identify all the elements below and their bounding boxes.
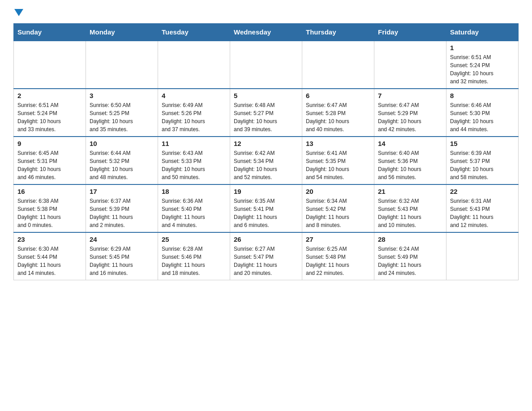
day-number: 22 <box>450 188 515 195</box>
day-info: Sunrise: 6:30 AM Sunset: 5:44 PM Dayligh… <box>17 245 82 277</box>
calendar-cell: 21Sunrise: 6:32 AM Sunset: 5:43 PM Dayli… <box>374 184 446 232</box>
day-info: Sunrise: 6:47 AM Sunset: 5:28 PM Dayligh… <box>306 101 370 133</box>
day-info: Sunrise: 6:28 AM Sunset: 5:46 PM Dayligh… <box>162 245 226 277</box>
day-number: 27 <box>306 235 370 243</box>
day-info: Sunrise: 6:45 AM Sunset: 5:31 PM Dayligh… <box>17 149 82 181</box>
day-number: 17 <box>90 188 154 195</box>
day-info: Sunrise: 6:47 AM Sunset: 5:29 PM Dayligh… <box>378 101 442 133</box>
weekday-header-thursday: Thursday <box>302 24 374 41</box>
day-number: 13 <box>306 140 370 147</box>
day-number: 21 <box>378 188 442 195</box>
day-info: Sunrise: 6:49 AM Sunset: 5:26 PM Dayligh… <box>162 101 226 133</box>
day-number: 24 <box>90 235 154 243</box>
calendar-cell <box>302 41 374 89</box>
calendar-cell: 19Sunrise: 6:35 AM Sunset: 5:41 PM Dayli… <box>230 184 302 232</box>
weekday-header-friday: Friday <box>374 24 446 41</box>
weekday-header-monday: Monday <box>86 24 158 41</box>
calendar-week-row: 16Sunrise: 6:38 AM Sunset: 5:38 PM Dayli… <box>14 184 519 232</box>
calendar-table: SundayMondayTuesdayWednesdayThursdayFrid… <box>13 23 519 280</box>
calendar-cell <box>14 41 86 89</box>
day-info: Sunrise: 6:31 AM Sunset: 5:43 PM Dayligh… <box>450 197 515 229</box>
day-number: 16 <box>17 188 82 195</box>
day-number: 2 <box>17 92 82 99</box>
calendar-week-row: 23Sunrise: 6:30 AM Sunset: 5:44 PM Dayli… <box>14 232 519 280</box>
day-number: 5 <box>234 92 298 99</box>
day-info: Sunrise: 6:37 AM Sunset: 5:39 PM Dayligh… <box>90 197 154 229</box>
day-info: Sunrise: 6:32 AM Sunset: 5:43 PM Dayligh… <box>378 197 442 229</box>
day-number: 23 <box>17 235 82 243</box>
day-info: Sunrise: 6:48 AM Sunset: 5:27 PM Dayligh… <box>234 101 298 133</box>
logo <box>13 9 23 16</box>
day-info: Sunrise: 6:51 AM Sunset: 5:24 PM Dayligh… <box>450 53 515 86</box>
weekday-header-wednesday: Wednesday <box>230 24 302 41</box>
calendar-cell: 23Sunrise: 6:30 AM Sunset: 5:44 PM Dayli… <box>14 232 86 280</box>
calendar-cell: 13Sunrise: 6:41 AM Sunset: 5:35 PM Dayli… <box>302 137 374 184</box>
calendar-cell: 5Sunrise: 6:48 AM Sunset: 5:27 PM Daylig… <box>230 89 302 137</box>
day-number: 6 <box>306 92 370 99</box>
weekday-header-tuesday: Tuesday <box>158 24 230 41</box>
weekday-header-saturday: Saturday <box>446 24 519 41</box>
calendar-cell <box>446 232 519 280</box>
day-info: Sunrise: 6:39 AM Sunset: 5:37 PM Dayligh… <box>450 149 515 181</box>
calendar-cell: 11Sunrise: 6:43 AM Sunset: 5:33 PM Dayli… <box>158 137 230 184</box>
day-info: Sunrise: 6:51 AM Sunset: 5:24 PM Dayligh… <box>17 101 82 133</box>
calendar-cell <box>230 41 302 89</box>
day-number: 18 <box>162 188 226 195</box>
calendar-cell: 16Sunrise: 6:38 AM Sunset: 5:38 PM Dayli… <box>14 184 86 232</box>
calendar-cell: 18Sunrise: 6:36 AM Sunset: 5:40 PM Dayli… <box>158 184 230 232</box>
day-number: 7 <box>378 92 442 99</box>
day-number: 10 <box>90 140 154 147</box>
calendar-cell <box>86 41 158 89</box>
calendar-cell: 7Sunrise: 6:47 AM Sunset: 5:29 PM Daylig… <box>374 89 446 137</box>
day-number: 26 <box>234 235 298 243</box>
day-info: Sunrise: 6:24 AM Sunset: 5:49 PM Dayligh… <box>378 245 442 277</box>
calendar-cell: 17Sunrise: 6:37 AM Sunset: 5:39 PM Dayli… <box>86 184 158 232</box>
day-info: Sunrise: 6:50 AM Sunset: 5:25 PM Dayligh… <box>90 101 154 133</box>
calendar-cell <box>374 41 446 89</box>
day-number: 19 <box>234 188 298 195</box>
day-info: Sunrise: 6:36 AM Sunset: 5:40 PM Dayligh… <box>162 197 226 229</box>
calendar-cell: 3Sunrise: 6:50 AM Sunset: 5:25 PM Daylig… <box>86 89 158 137</box>
day-info: Sunrise: 6:42 AM Sunset: 5:34 PM Dayligh… <box>234 149 298 181</box>
page-header <box>13 9 519 16</box>
calendar-cell <box>158 41 230 89</box>
weekday-header-sunday: Sunday <box>14 24 86 41</box>
day-info: Sunrise: 6:41 AM Sunset: 5:35 PM Dayligh… <box>306 149 370 181</box>
day-info: Sunrise: 6:44 AM Sunset: 5:32 PM Dayligh… <box>90 149 154 181</box>
calendar-cell: 28Sunrise: 6:24 AM Sunset: 5:49 PM Dayli… <box>374 232 446 280</box>
day-number: 15 <box>450 140 515 147</box>
day-number: 25 <box>162 235 226 243</box>
day-number: 8 <box>450 92 515 99</box>
calendar-cell: 25Sunrise: 6:28 AM Sunset: 5:46 PM Dayli… <box>158 232 230 280</box>
day-info: Sunrise: 6:29 AM Sunset: 5:45 PM Dayligh… <box>90 245 154 277</box>
day-info: Sunrise: 6:35 AM Sunset: 5:41 PM Dayligh… <box>234 197 298 229</box>
calendar-cell: 6Sunrise: 6:47 AM Sunset: 5:28 PM Daylig… <box>302 89 374 137</box>
calendar-cell: 26Sunrise: 6:27 AM Sunset: 5:47 PM Dayli… <box>230 232 302 280</box>
calendar-header-row: SundayMondayTuesdayWednesdayThursdayFrid… <box>14 24 519 41</box>
calendar-cell: 27Sunrise: 6:25 AM Sunset: 5:48 PM Dayli… <box>302 232 374 280</box>
calendar-cell: 14Sunrise: 6:40 AM Sunset: 5:36 PM Dayli… <box>374 137 446 184</box>
calendar-cell: 20Sunrise: 6:34 AM Sunset: 5:42 PM Dayli… <box>302 184 374 232</box>
calendar-week-row: 9Sunrise: 6:45 AM Sunset: 5:31 PM Daylig… <box>14 137 519 184</box>
calendar-cell: 8Sunrise: 6:46 AM Sunset: 5:30 PM Daylig… <box>446 89 519 137</box>
day-info: Sunrise: 6:43 AM Sunset: 5:33 PM Dayligh… <box>162 149 226 181</box>
day-number: 20 <box>306 188 370 195</box>
calendar-cell: 9Sunrise: 6:45 AM Sunset: 5:31 PM Daylig… <box>14 137 86 184</box>
calendar-cell: 2Sunrise: 6:51 AM Sunset: 5:24 PM Daylig… <box>14 89 86 137</box>
day-info: Sunrise: 6:34 AM Sunset: 5:42 PM Dayligh… <box>306 197 370 229</box>
day-number: 1 <box>450 44 515 51</box>
logo-triangle-icon <box>14 9 23 16</box>
calendar-cell: 4Sunrise: 6:49 AM Sunset: 5:26 PM Daylig… <box>158 89 230 137</box>
day-number: 14 <box>378 140 442 147</box>
calendar-cell: 10Sunrise: 6:44 AM Sunset: 5:32 PM Dayli… <box>86 137 158 184</box>
day-number: 28 <box>378 235 442 243</box>
day-number: 3 <box>90 92 154 99</box>
day-info: Sunrise: 6:46 AM Sunset: 5:30 PM Dayligh… <box>450 101 515 133</box>
day-number: 12 <box>234 140 298 147</box>
day-number: 9 <box>17 140 82 147</box>
calendar-cell: 12Sunrise: 6:42 AM Sunset: 5:34 PM Dayli… <box>230 137 302 184</box>
calendar-cell: 1Sunrise: 6:51 AM Sunset: 5:24 PM Daylig… <box>446 41 519 89</box>
day-info: Sunrise: 6:40 AM Sunset: 5:36 PM Dayligh… <box>378 149 442 181</box>
calendar-week-row: 2Sunrise: 6:51 AM Sunset: 5:24 PM Daylig… <box>14 89 519 137</box>
day-info: Sunrise: 6:38 AM Sunset: 5:38 PM Dayligh… <box>17 197 82 229</box>
